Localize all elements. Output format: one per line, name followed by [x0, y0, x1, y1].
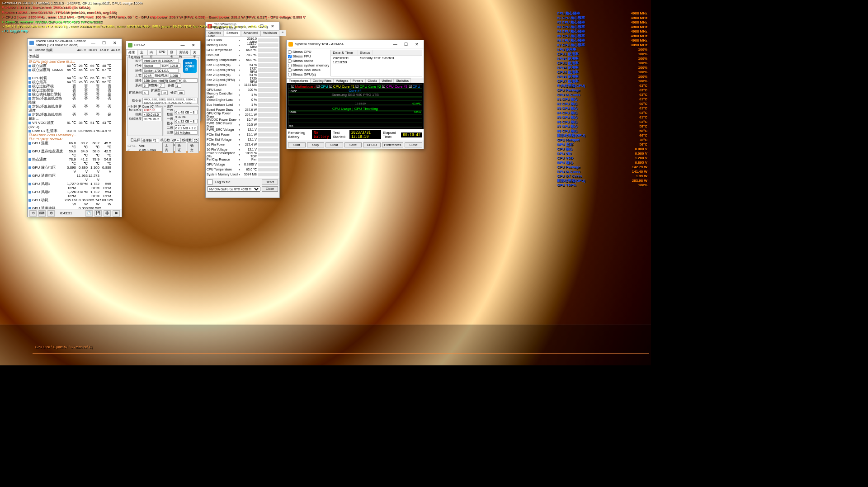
tab-cooling-fans[interactable]: Cooling Fans	[311, 78, 334, 83]
close-button[interactable]: Close	[405, 142, 422, 147]
cpuz-tabs[interactable]: 处理器 主板 内存 SPD 显卡 测试分数 关于	[126, 49, 200, 56]
dropdown-icon[interactable]: ▾	[239, 158, 241, 161]
stop-button[interactable]: Stop	[307, 142, 325, 147]
dropdown-icon[interactable]: ▾	[239, 68, 241, 71]
tab-graphics[interactable]: 显卡	[168, 49, 177, 55]
save-button[interactable]: Save	[344, 142, 362, 147]
start-button[interactable]: Start	[288, 142, 306, 147]
sensor-row[interactable]: GPU 温度66.8 ℃33.2 ℃68.2 ℃45.5 ℃	[28, 141, 122, 149]
dropdown-icon[interactable]: ▾	[239, 103, 241, 106]
sensor-row[interactable]: 封装/环形总线过热降核否否否否	[28, 96, 122, 104]
close-button[interactable]: Close	[262, 186, 278, 192]
minimize-button[interactable]: —	[178, 42, 188, 48]
gpuz-sensor-row[interactable]: Hot Spot▾78.2 ℃	[207, 52, 278, 57]
processor-select[interactable]: 处理器 #1	[141, 138, 159, 142]
gpuz-sensor-row[interactable]: GPU Chip Power Draw▾267.1 W	[207, 112, 278, 117]
tab-temperatures[interactable]: Temperatures	[287, 78, 311, 83]
hwinfo-clock-icon[interactable]: 🕐	[85, 210, 93, 217]
sensor-row[interactable]: 核心过热警告否否否否	[28, 88, 122, 92]
dropdown-icon[interactable]: ▾	[239, 143, 241, 146]
sensor-row[interactable]: 核心功耗超出限制否否否是	[28, 92, 122, 96]
tab-powers[interactable]: Powers	[350, 78, 365, 83]
tab-clocks[interactable]: Clocks	[365, 78, 379, 83]
gpuz-sensor-row[interactable]: Memory Clock▾1312.7 MHz	[207, 43, 278, 47]
sensor-row[interactable]: 核心温度与 TJMAX ...55 ℃45 ℃89 ℃67 ℃	[28, 68, 122, 76]
sensor-row[interactable]: 核心过热降核否否否否	[28, 84, 122, 88]
gpuz-sensor-row[interactable]: System Memory Used▾5074 MB	[207, 172, 278, 177]
gpuz-sensor-row[interactable]: Memory Controller Load▾1 %	[207, 92, 278, 97]
dropdown-icon[interactable]: ▾	[239, 53, 241, 57]
gpuz-sensor-row[interactable]: Power Consumption (%)▾100.9 % TDP	[207, 152, 278, 157]
close-button[interactable]: ✕	[189, 42, 198, 48]
dropdown-icon[interactable]: ▾	[239, 118, 241, 121]
tab-voltages[interactable]: Voltages	[334, 78, 350, 83]
gpuz-sensor-row[interactable]: Memory Temperature▾56.0 ℃	[207, 57, 278, 62]
sensor-row[interactable]: 核心温度60 ℃26 ℃66 ℃48 ℃	[28, 64, 122, 68]
dropdown-icon[interactable]: ▾	[239, 138, 241, 141]
hwinfo-titlebar[interactable]: HWiNFO64 v7.26-4800 Sensor Status [123 v…	[28, 39, 122, 47]
hwinfo-add-icon[interactable]: ➕	[104, 210, 111, 217]
tab-mainboard[interactable]: 主板	[138, 49, 147, 55]
sensor-row[interactable]: 核心最高64 ℃26 ℃66 ℃52 ℃	[28, 80, 122, 84]
cpuz-window[interactable]: CPU-Z — ✕ 处理器 主板 内存 SPD 显卡 测试分数 关于 处理器 i…	[126, 41, 201, 121]
gpuz-sensor-row[interactable]: GPU Temperature▾66.6 ℃	[207, 47, 278, 52]
gpuz-sensor-row[interactable]: Memory Used▾1163 MB	[207, 82, 278, 87]
tab-spd[interactable]: SPD	[156, 49, 167, 55]
gpuz-sensor-row[interactable]: Video Engine Load▾0 %	[207, 97, 278, 102]
gpuz-window[interactable]: TechPowerUp GPU-Z 2.52.0 — ☐ ✕ Graphics …	[205, 22, 280, 198]
gpuz-sensor-row[interactable]: PCIe Slot Power▾15.1 W	[207, 132, 278, 137]
dropdown-icon[interactable]: ▾	[239, 58, 241, 61]
sensor-row[interactable]: 热点温度78.9 ℃41.2 ℃79.9 ℃54.8 ℃	[28, 157, 122, 165]
gpuz-sensor-row[interactable]: PWR_SRC Power Draw▾20.5 W	[207, 122, 278, 127]
dropdown-icon[interactable]: ▾	[239, 78, 241, 81]
sensor-row[interactable]: 封装/环形总线临界温度否否否否	[28, 104, 122, 113]
tab-cpu[interactable]: 处理器	[126, 49, 138, 55]
tab-bench[interactable]: 测试分数	[177, 49, 191, 55]
sensor-group[interactable]: ⊟ GPU [#0]: NVIDIA:	[28, 137, 122, 141]
sensor-row[interactable]: GPU 功耗285.161 W8.363 W285.747 W108.129 W	[28, 198, 122, 206]
gpuz-sensor-row[interactable]: PCIe Slot Voltage▾12.1 V	[207, 137, 278, 142]
gpuz-sensor-row[interactable]: 16-Pin Power▾272.4 W	[207, 142, 278, 147]
maximize-button[interactable]: ☐	[99, 40, 109, 46]
dropdown-icon[interactable]: ▾	[239, 153, 241, 156]
cpuid-button[interactable]: CPUID	[363, 142, 381, 147]
maximize-button[interactable]: ☐	[401, 41, 411, 47]
reset-button[interactable]: Reset	[262, 180, 278, 184]
aida-tabs[interactable]: Temperatures Cooling Fans Voltages Power…	[287, 78, 424, 83]
dropdown-icon[interactable]: ▾	[239, 123, 241, 126]
dropdown-icon[interactable]: ▾	[239, 113, 241, 116]
dropdown-icon[interactable]: ▾	[239, 108, 241, 111]
aida-window[interactable]: System Stability Test - AIDA64 — ☐ ✕ Str…	[286, 40, 424, 149]
stress-checkbox[interactable]: Stress cache	[288, 59, 329, 63]
close-button[interactable]: ✕	[412, 41, 422, 47]
device-select[interactable]: NVIDIA GeForce RTX 4070 Ti	[207, 186, 260, 192]
aida-titlebar[interactable]: System Stability Test - AIDA64 — ☐ ✕	[287, 40, 424, 48]
sensor-row[interactable]: GPU 通道电压11.963 V12.273 V	[28, 174, 122, 182]
gpuz-sensor-row[interactable]: Fan 1 Speed (RPM)▾1727 RPM	[207, 67, 278, 72]
gpuz-sensor-row[interactable]: GPU Voltage▾0.8900 V	[207, 162, 278, 167]
hwinfo-btn3[interactable]: ⚙	[47, 210, 55, 217]
sensor-row[interactable]: GPU 风扇11,727 RPM0 RPM1,732 RPM595 RPM	[28, 182, 122, 190]
sensor-row[interactable]: GPU 风扇21,726 RPM0 RPM1,732 RPM594 RPM	[28, 190, 122, 198]
ok-button[interactable]: 确定	[188, 142, 199, 153]
gpuz-sensor-row[interactable]: PWR_SRC Voltage▾12.1 V	[207, 127, 278, 132]
dropdown-icon[interactable]: ▾	[239, 48, 241, 52]
tab-memory[interactable]: 内存	[147, 49, 157, 55]
minimize-button[interactable]: —	[88, 40, 98, 46]
dropdown-icon[interactable]: ▾	[239, 128, 241, 131]
dropdown-icon[interactable]: ▾	[239, 38, 241, 42]
sensor-row[interactable]: CPU封装64 ℃32 ℃66 ℃51 ℃	[28, 76, 122, 80]
sensor-group[interactable]: ⊟ CPU [#0]: Intel Core i5-1...	[28, 60, 122, 64]
dropdown-icon[interactable]: ▾	[239, 93, 241, 96]
hwinfo-x-icon[interactable]: ✖	[113, 210, 120, 217]
stress-checkbox[interactable]: Stress FPU	[288, 54, 329, 58]
gpuz-sensor-row[interactable]: PerfCap Reason▾Pwr	[207, 157, 278, 162]
dropdown-icon[interactable]: ▾	[239, 43, 241, 47]
log-to-file-checkbox[interactable]	[207, 179, 213, 185]
hwinfo-btn1[interactable]: ⟲	[29, 210, 37, 217]
dropdown-icon[interactable]: ▾	[239, 83, 241, 86]
dropdown-icon[interactable]: ▾	[239, 88, 241, 91]
dropdown-icon[interactable]: ▾	[239, 168, 241, 171]
dropdown-icon[interactable]: ▾	[239, 163, 241, 166]
stress-checkbox[interactable]: Stress system memory	[288, 63, 329, 67]
